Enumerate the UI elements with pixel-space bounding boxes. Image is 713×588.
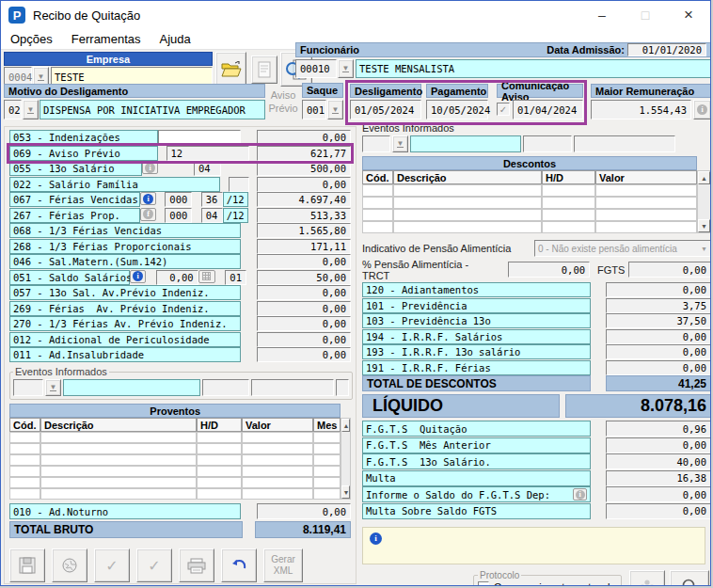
col-header-mes[interactable]: Mes bbox=[313, 418, 341, 432]
table-row[interactable] bbox=[362, 197, 697, 209]
open-button[interactable] bbox=[215, 52, 246, 87]
table-row[interactable] bbox=[9, 488, 341, 500]
verba-field-1[interactable]: 000 bbox=[165, 208, 192, 223]
motivo-code-field[interactable]: 02 bbox=[4, 100, 22, 119]
desligamento-date-field[interactable]: 01/05/2024 bbox=[350, 100, 421, 119]
saque-field[interactable]: 001 bbox=[302, 100, 326, 119]
menu-ajuda[interactable]: Ajuda bbox=[160, 32, 191, 46]
evento-mes-field[interactable] bbox=[336, 379, 349, 396]
verba-field-1[interactable]: 000 bbox=[165, 192, 192, 207]
scroll-up-button[interactable]: ▲ bbox=[341, 419, 350, 432]
percent-pensao-field[interactable]: 0,00 bbox=[508, 262, 591, 278]
undo-button[interactable] bbox=[221, 548, 257, 582]
evento-codigo-field[interactable] bbox=[13, 379, 43, 396]
print-button[interactable] bbox=[179, 548, 214, 582]
funcionario-name-field[interactable]: TESTE MENSALISTA bbox=[356, 59, 711, 78]
table-row[interactable] bbox=[9, 454, 341, 466]
col-header-hd[interactable]: H/D bbox=[197, 418, 242, 432]
col-header-valor[interactable]: Valor bbox=[242, 418, 313, 432]
info-button[interactable]: i bbox=[140, 192, 156, 205]
info-button[interactable]: i bbox=[130, 270, 146, 283]
table-row[interactable] bbox=[9, 443, 341, 454]
evento-codigo-field[interactable] bbox=[362, 135, 390, 152]
comunicacao-aviso-checkbox[interactable]: ✓ bbox=[497, 103, 510, 116]
verba-field-1[interactable]: 0,00 bbox=[156, 270, 198, 285]
dropdown-arrow-icon: ▼ bbox=[701, 246, 707, 252]
verba-row: 055 - 13o Salário i 04 500,00 bbox=[9, 161, 351, 176]
gera-movimento-checkbox[interactable] bbox=[478, 581, 489, 587]
desligamento-header: Desligamento bbox=[350, 84, 421, 98]
minimize-button[interactable]: – bbox=[580, 1, 624, 29]
info-icon[interactable]: i bbox=[370, 532, 382, 545]
table-row[interactable] bbox=[362, 209, 697, 221]
fgts-row: Multa Sobre Saldo FGTS0,00 bbox=[362, 503, 711, 519]
save-button[interactable] bbox=[9, 548, 45, 582]
grid-icon bbox=[202, 272, 211, 280]
verba-value: 0,00 bbox=[257, 316, 351, 331]
fgts-percent-field[interactable]: 0,00 bbox=[628, 262, 711, 278]
table-row[interactable] bbox=[9, 477, 341, 488]
indicativo-pensao-row: Indicativo de Pensão Alimentícia 0 - Não… bbox=[362, 240, 711, 257]
funcionario-header: Funcionário Data Admissão: 01/01/2020 bbox=[295, 42, 711, 57]
descontos-scrollbar[interactable]: ▲ ▼ bbox=[697, 170, 711, 233]
funcionario-dropdown-button[interactable]: ▼ bbox=[338, 59, 354, 78]
motivo-descricao-field[interactable]: DISPENSA POR INICIATIVA EMPREGADOR bbox=[40, 100, 265, 119]
calendar-button bbox=[198, 270, 215, 283]
scroll-down-button[interactable]: ▼ bbox=[341, 485, 350, 499]
verba-months-field[interactable]: 04 bbox=[194, 161, 221, 176]
table-row[interactable] bbox=[9, 466, 341, 477]
table-row[interactable] bbox=[9, 432, 341, 443]
maior-remuneracao-info-button[interactable]: i bbox=[693, 100, 711, 119]
pagamento-date-field[interactable]: 10/05/2024 bbox=[426, 100, 488, 119]
desconto-value: 3,75 bbox=[606, 298, 711, 313]
scroll-down-button[interactable]: ▼ bbox=[698, 219, 710, 232]
evento-hd-field[interactable] bbox=[523, 135, 572, 152]
evento-valor-field[interactable] bbox=[251, 379, 334, 396]
verba-extra-field[interactable] bbox=[229, 177, 249, 192]
funcionario-code-field[interactable]: 00010 bbox=[295, 59, 337, 78]
ferias-prop-button[interactable]: f bbox=[140, 208, 156, 221]
close-search-button[interactable] bbox=[670, 570, 709, 587]
col-header-valor[interactable]: Valor bbox=[595, 170, 697, 184]
verba-label: 012 - Adicional de Periculosidade bbox=[9, 332, 241, 347]
verba-input[interactable] bbox=[158, 130, 241, 145]
evento-valor-field[interactable] bbox=[574, 135, 675, 152]
saque-dropdown-button[interactable]: ▼ bbox=[327, 100, 343, 119]
evento-hd-field[interactable] bbox=[202, 379, 249, 396]
desconto-label: 103 - Previdência 13o bbox=[362, 313, 591, 328]
delete-button[interactable] bbox=[52, 548, 87, 582]
evento-descricao-field[interactable] bbox=[63, 379, 200, 396]
col-header-cod[interactable]: Cód. bbox=[9, 418, 40, 432]
fgts-label: Multa Sobre Saldo FGTS bbox=[362, 503, 591, 519]
evento-descricao-field[interactable] bbox=[410, 135, 521, 152]
verba-field-2[interactable]: 04 bbox=[201, 208, 223, 223]
evento-dropdown-button[interactable]: ▼ bbox=[45, 379, 61, 396]
maximize-button: □ bbox=[624, 1, 667, 29]
scroll-up-button[interactable]: ▲ bbox=[698, 171, 710, 184]
info-button[interactable]: i bbox=[573, 488, 587, 501]
proventos-scrollbar[interactable]: ▲ ▼ bbox=[341, 418, 351, 500]
col-header-cod[interactable]: Cód. bbox=[362, 170, 393, 184]
table-row[interactable] bbox=[362, 221, 697, 233]
close-button[interactable]: × bbox=[667, 1, 710, 29]
indicativo-pensao-select: 0 - Não existe pensão alimentícia ▼ bbox=[534, 240, 711, 257]
motivo-dropdown-button[interactable]: ▼ bbox=[23, 100, 39, 119]
col-header-hd[interactable]: H/D bbox=[542, 170, 595, 184]
info-button[interactable]: i bbox=[142, 161, 158, 174]
desconto-row: 120 - Adiantamentos0,00 bbox=[362, 282, 711, 297]
menu-ferramentas[interactable]: Ferramentas bbox=[71, 32, 141, 46]
verba-field-2[interactable]: 36 bbox=[201, 192, 223, 207]
verba-row: 270 - 1/3 Férias Av. Prévio Indeniz. 0,0… bbox=[9, 316, 351, 331]
col-header-descricao[interactable]: Descrição bbox=[393, 170, 542, 184]
fgts-row: F.G.T.S Mês Anterior0,00 bbox=[362, 437, 711, 453]
total-bruto-label: TOTAL BRUTO bbox=[9, 521, 243, 538]
col-header-descricao[interactable]: Descrição bbox=[40, 418, 197, 432]
maior-remuneracao-header: Maior Remuneração bbox=[591, 84, 711, 98]
verba-field-2[interactable]: 01 bbox=[225, 270, 246, 285]
descontos-table-body bbox=[362, 184, 697, 233]
menu-opcoes[interactable]: Opções bbox=[10, 32, 53, 46]
comunicacao-date-field[interactable]: 01/04/2024 bbox=[513, 100, 583, 119]
verba-input[interactable]: 12 bbox=[166, 146, 249, 161]
evento-dropdown-button[interactable]: ▼ bbox=[392, 135, 408, 152]
table-row[interactable] bbox=[362, 184, 697, 197]
